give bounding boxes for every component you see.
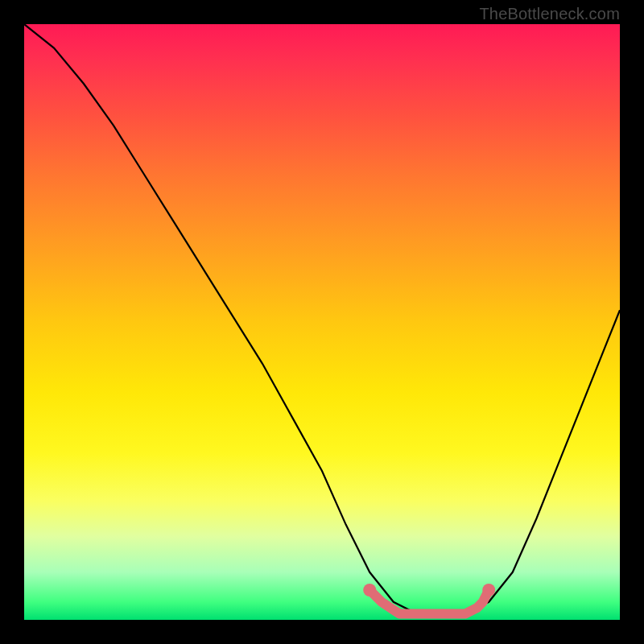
marker-start-dot [363, 584, 376, 597]
chart-svg [24, 24, 620, 620]
bottleneck-curve [24, 24, 620, 614]
attribution-label: TheBottleneck.com [479, 5, 620, 23]
chart-frame: TheBottleneck.com [0, 0, 644, 644]
marker-end-dot [482, 584, 495, 597]
curve-line [24, 24, 620, 614]
plot-area [24, 24, 620, 620]
